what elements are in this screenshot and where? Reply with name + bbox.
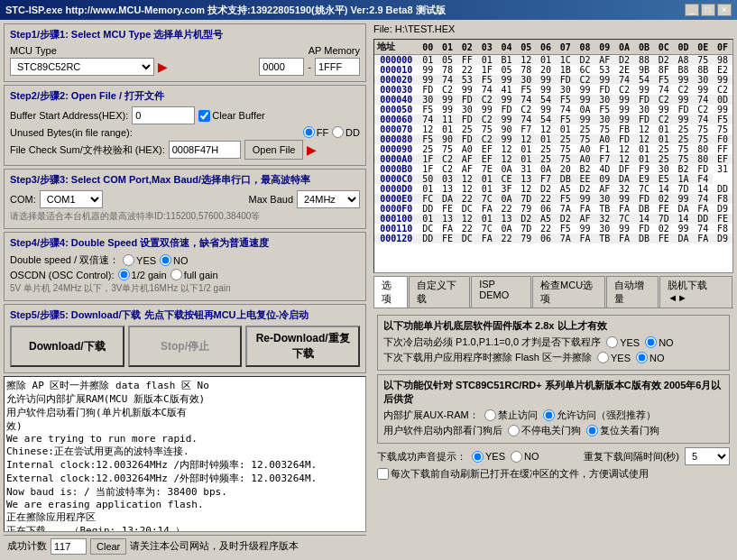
hex-addr-header: 地址: [374, 40, 418, 55]
hex-data-cell: 01: [536, 55, 556, 66]
sound-yes-radio[interactable]: [472, 451, 484, 463]
hex-addr-cell: 0000C0: [374, 174, 418, 184]
ff-radio[interactable]: [303, 126, 315, 138]
option-row2: 下次下载用户应用程序时擦除 Flash 区一并擦除 YES NO: [383, 351, 723, 364]
hex-data-cell: F5: [477, 75, 497, 85]
wdt-reset[interactable]: 复位关看门狗: [586, 424, 659, 437]
wdt-no-stop[interactable]: 不停电关门狗: [508, 424, 581, 437]
aux-disable-radio[interactable]: [484, 409, 496, 421]
opt1-no-radio[interactable]: [645, 336, 657, 348]
log-line: 用户软件启动看门狗(单片机新版本C版有: [6, 406, 364, 419]
double-speed-yes-radio[interactable]: [123, 254, 134, 266]
hex-data-cell: 99: [713, 75, 732, 85]
dd-option[interactable]: DD: [332, 126, 360, 138]
redownload-interval-select[interactable]: 5310: [685, 447, 730, 465]
double-speed-yes[interactable]: YES: [123, 254, 156, 266]
success-count-input[interactable]: [51, 538, 87, 555]
tab-4[interactable]: 自动增量: [606, 276, 659, 308]
opt2-yes-radio[interactable]: [597, 352, 609, 363]
opt2-no[interactable]: NO: [636, 352, 665, 363]
mcu-type-select[interactable]: STC89C52RC STC89C51RC STC89C54RC: [10, 58, 154, 76]
hex-data-cell: 01: [418, 214, 438, 224]
redownload-button[interactable]: Re-Download/重复下载: [245, 326, 360, 367]
opt1-no[interactable]: NO: [645, 336, 674, 348]
wdt-reset-radio[interactable]: [586, 425, 598, 436]
sound-no-radio[interactable]: [511, 451, 522, 463]
log-line: We are trying to run more rapid.: [6, 433, 364, 445]
hex-data-cell: 54: [536, 115, 556, 124]
aux-enable[interactable]: 允许访问（强烈推荐）: [543, 409, 656, 422]
sound-yes[interactable]: YES: [472, 451, 505, 463]
clear-button[interactable]: Clear: [90, 538, 126, 555]
ap-memory-label: AP Memory: [309, 45, 360, 56]
opt2-no-radio[interactable]: [636, 352, 648, 363]
hex-data-cell: TB: [594, 204, 614, 214]
double-speed-no-radio[interactable]: [160, 254, 171, 266]
tab-1[interactable]: 自定义下载: [409, 276, 470, 308]
opt1-yes-radio[interactable]: [606, 336, 618, 348]
hex-data-cell: FE: [654, 234, 674, 243]
download-button[interactable]: Download/下载: [10, 326, 124, 367]
full-gain-radio[interactable]: [170, 269, 182, 280]
hex-data-cell: FA: [438, 224, 457, 234]
hex-data-cell: C2: [516, 105, 536, 115]
opt1-yes[interactable]: YES: [606, 336, 640, 348]
clear-buffer-checkbox[interactable]: [198, 110, 210, 122]
close-button[interactable]: ✕: [717, 4, 732, 16]
hex-data-cell: 0A: [536, 164, 556, 174]
hex-data-cell: D2: [536, 184, 556, 194]
hex-row: 0000B01FC2AF7E0A310A20B24DDFF930B2FD31: [374, 164, 732, 174]
ap-start-input[interactable]: [259, 58, 304, 76]
ap-end-input[interactable]: [315, 58, 360, 76]
hex-data-cell: 90: [497, 124, 517, 134]
tab-0[interactable]: 选项: [373, 276, 408, 308]
dd-radio[interactable]: [332, 126, 344, 138]
hex-addr-cell: 000060: [374, 115, 418, 124]
half-gain-radio[interactable]: [118, 269, 130, 280]
tab-2[interactable]: ISP DEMO: [471, 276, 531, 308]
hex-data-cell: 74: [418, 115, 438, 124]
buffer-addr-input[interactable]: [132, 106, 195, 124]
hex-data-cell: 74: [693, 115, 713, 124]
step2-group: Step2/步骤2: Open File / 打开文件 Buffer Start…: [4, 85, 366, 166]
aux-disable[interactable]: 禁止访问: [484, 409, 538, 422]
clear-buffer-label[interactable]: Clear Buffer: [198, 110, 265, 122]
aux-enable-radio[interactable]: [543, 409, 555, 421]
hex-col-header: 09: [594, 40, 614, 55]
hex-data-cell: 01: [477, 184, 497, 194]
hex-data-cell: 14: [674, 214, 694, 224]
hex-data-cell: 99: [536, 75, 556, 85]
option-group2-title: 以下功能仅针对 STC89C51RC/RD+ 系列单片机新版本C版有效 2005…: [383, 379, 723, 406]
com-select[interactable]: COM1COM2COM3: [40, 190, 103, 208]
minimize-button[interactable]: _: [685, 4, 699, 16]
stop-button[interactable]: Stop/停止: [128, 326, 243, 367]
hex-row: 0000109978221F0578201B6C532E9B8FB88BE2: [374, 65, 732, 75]
hex-data-cell: 54: [634, 75, 654, 85]
hex-data-cell: 74: [516, 115, 536, 124]
double-speed-no[interactable]: NO: [160, 254, 189, 266]
tab-3[interactable]: 检查MCU选项: [532, 276, 605, 308]
wdt-no-stop-radio[interactable]: [508, 425, 520, 436]
maximize-button[interactable]: □: [701, 4, 715, 16]
hex-addr-cell: 000040: [374, 95, 418, 105]
file-check-input[interactable]: [169, 141, 241, 159]
hex-data-cell: 99: [674, 194, 694, 204]
hex-data-cell: 12: [614, 154, 634, 164]
hex-col-header: 0C: [654, 40, 674, 55]
sound-no[interactable]: NO: [511, 451, 539, 463]
hex-data-cell: 12: [516, 134, 536, 144]
baud-select[interactable]: 24MHz12MHz6MHz: [297, 190, 360, 208]
open-file-button[interactable]: Open File: [244, 140, 304, 160]
hex-data-cell: 1A: [674, 174, 694, 184]
auto-open-label[interactable]: 每次下载前自动刷新已打开在缓冲区的文件，方便调试使用: [377, 467, 649, 481]
hex-data-cell: 7D: [516, 194, 536, 204]
half-gain-option[interactable]: 1/2 gain: [118, 269, 167, 280]
ff-option[interactable]: FF: [303, 126, 328, 138]
hex-data-cell: 13: [438, 184, 457, 194]
hex-data-cell: 99: [614, 194, 634, 204]
opt2-yes[interactable]: YES: [597, 352, 631, 363]
full-gain-option[interactable]: full gain: [170, 269, 218, 280]
auto-open-checkbox[interactable]: [377, 468, 389, 480]
tab-5[interactable]: 脱机下载 ◄►: [659, 276, 732, 308]
hex-col-header: 03: [477, 40, 497, 55]
